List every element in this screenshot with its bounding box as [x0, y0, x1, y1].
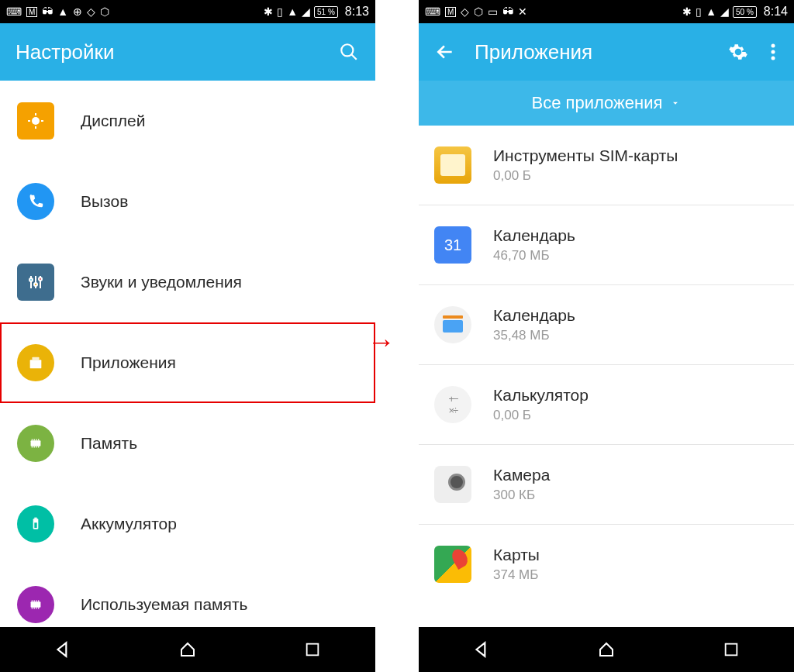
nav-recent[interactable]	[274, 634, 351, 665]
nav-back[interactable]	[24, 634, 102, 665]
status-left: ⌨ M ◇ ⬡ ▭ 🕶 ✕	[425, 5, 527, 18]
clock: 8:13	[345, 5, 369, 19]
svg-rect-20	[726, 644, 737, 656]
app-item-calendar[interactable]: 31 Календарь 46,70 МБ	[419, 205, 794, 284]
svg-point-6	[29, 278, 33, 281]
mail-icon: M	[445, 7, 456, 17]
search-button[interactable]	[338, 41, 360, 63]
svg-rect-9	[30, 360, 42, 368]
status-bar: ⌨ M 🕶 ▲ ⊕ ◇ ⬡ ✱ ▯ ▲ ◢ 51 % 8:13	[0, 0, 375, 23]
app-item-size: 35,48 МБ	[493, 328, 575, 343]
chevron-down-icon	[670, 98, 681, 109]
calendar-icon: 31	[434, 226, 471, 264]
battery-icon	[17, 505, 54, 543]
app-item-size: 46,70 МБ	[493, 248, 575, 264]
app-item-label: Календарь	[493, 306, 575, 325]
app-item-label: Камера	[493, 466, 550, 484]
phone-settings: ⌨ M 🕶 ▲ ⊕ ◇ ⬡ ✱ ▯ ▲ ◢ 51 % 8:13 Настройк…	[0, 0, 375, 672]
app-item-size: 0,00 Б	[493, 168, 678, 184]
filter-dropdown[interactable]: Все приложения	[419, 81, 794, 126]
camera-icon	[434, 466, 471, 503]
info-icon: ⬡	[100, 5, 109, 18]
app-item-camera[interactable]: Камера 300 КБ	[419, 445, 794, 524]
app-item-maps[interactable]: Карты 374 МБ	[419, 525, 794, 604]
keyboard-icon: ⌨	[6, 5, 22, 18]
svg-point-18	[772, 50, 775, 54]
svg-rect-14	[34, 522, 36, 528]
settings-item-label: Приложения	[81, 353, 176, 372]
sounds-icon	[17, 264, 54, 301]
app-bar: Приложения	[419, 23, 794, 81]
settings-item-battery[interactable]: Аккумулятор	[0, 484, 375, 564]
globe-icon: ⊕	[73, 5, 82, 18]
nav-bar	[0, 627, 375, 672]
ram-icon	[17, 586, 54, 623]
settings-item-ram[interactable]: Используемая память	[0, 564, 375, 627]
keyboard-icon: ⌨	[425, 5, 440, 18]
nav-home[interactable]	[149, 634, 226, 665]
app-item-sim[interactable]: Инструменты SIM-карты 0,00 Б	[419, 126, 794, 205]
svg-rect-11	[31, 440, 41, 446]
nav-recent[interactable]	[692, 634, 770, 665]
svg-point-0	[341, 44, 353, 56]
android-icon: ▲	[57, 5, 68, 18]
settings-item-call[interactable]: Вызов	[0, 161, 375, 242]
settings-item-display[interactable]: Дисплей	[0, 81, 375, 161]
settings-button[interactable]	[727, 41, 749, 63]
sim-icon	[434, 146, 471, 184]
calendar-alt-icon	[434, 306, 471, 343]
wifi-icon: ▲	[706, 5, 716, 18]
svg-rect-13	[34, 518, 36, 519]
mail-icon: M	[26, 7, 37, 17]
app-bar: Настройки	[0, 23, 375, 81]
phone-apps: ⌨ M ◇ ⬡ ▭ 🕶 ✕ ✱ ▯ ▲ ◢ 50 % 8:14 Приложен…	[419, 0, 794, 672]
settings-item-label: Вызов	[81, 192, 128, 211]
settings-item-label: Звуки и уведомления	[81, 273, 242, 291]
vibrate-icon: ▯	[696, 5, 702, 18]
battery-indicator: 51 %	[314, 6, 338, 18]
calculator-icon: +−×÷	[434, 386, 471, 423]
settings-item-memory[interactable]: Память	[0, 403, 375, 484]
info-icon: ⬡	[474, 5, 483, 18]
svg-rect-16	[307, 644, 319, 656]
page-title: Настройки	[16, 40, 319, 64]
search-icon	[339, 42, 359, 62]
svg-point-17	[772, 44, 775, 48]
status-left: ⌨ M 🕶 ▲ ⊕ ◇ ⬡	[6, 5, 109, 18]
app-item-calculator[interactable]: +−×÷ Калькулятор 0,00 Б	[419, 365, 794, 444]
svg-point-2	[32, 117, 40, 125]
settings-item-sounds[interactable]: Звуки и уведомления	[0, 242, 375, 322]
settings-item-label: Память	[81, 434, 137, 453]
nav-home[interactable]	[568, 634, 645, 665]
back-button[interactable]	[434, 41, 456, 63]
settings-item-apps[interactable]: Приложения	[0, 322, 375, 403]
svg-rect-15	[31, 601, 41, 607]
incognito-icon: 🕶	[42, 5, 53, 18]
status-right: ✱ ▯ ▲ ◢ 50 % 8:14	[682, 5, 788, 19]
maps-icon	[434, 546, 471, 583]
image-icon: ▭	[488, 5, 498, 18]
app-item-calendar-alt[interactable]: Календарь 35,48 МБ	[419, 285, 794, 364]
vibrate-icon: ▯	[277, 5, 283, 18]
app-item-label: Инструменты SIM-карты	[493, 146, 678, 165]
settings-list: Дисплей Вызов Звуки и уведомления Прилож…	[0, 81, 375, 627]
svg-point-7	[34, 283, 37, 286]
battery-indicator: 50 %	[733, 6, 757, 18]
overflow-button[interactable]	[768, 41, 778, 63]
svg-line-1	[351, 54, 357, 60]
nav-back[interactable]	[443, 634, 520, 665]
svg-rect-10	[32, 357, 39, 360]
arrow-indicator: →	[368, 326, 395, 358]
svg-point-8	[39, 277, 42, 281]
bluetooth-icon: ✱	[682, 5, 692, 18]
app-item-size: 300 КБ	[493, 488, 550, 503]
settings-item-label: Дисплей	[81, 112, 146, 130]
apps-list: Инструменты SIM-карты 0,00 Б 31 Календар…	[419, 126, 794, 627]
status-right: ✱ ▯ ▲ ◢ 51 % 8:13	[264, 5, 369, 19]
display-icon	[17, 102, 54, 140]
svg-point-19	[772, 57, 775, 60]
memory-icon	[17, 425, 54, 462]
wifi-icon: ▲	[287, 5, 298, 18]
incognito-icon: 🕶	[502, 5, 513, 18]
more-vert-icon	[771, 43, 775, 61]
